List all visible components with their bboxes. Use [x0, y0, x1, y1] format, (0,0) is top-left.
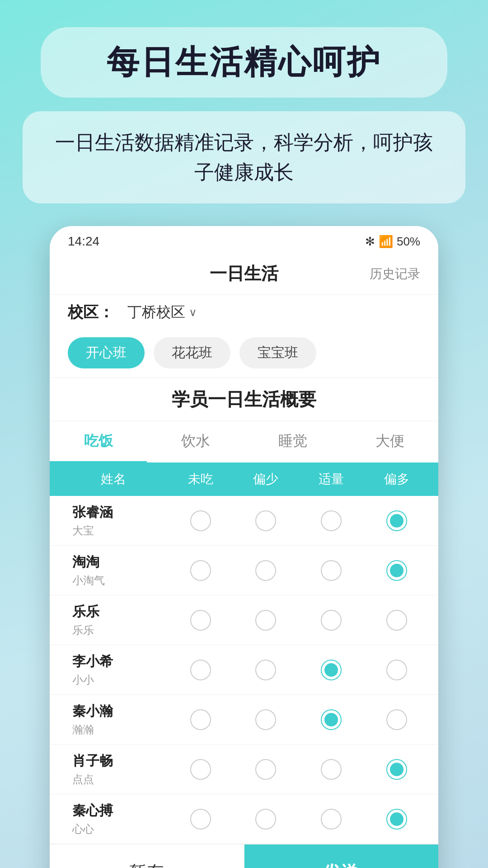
radio-btn-3-3[interactable] [386, 660, 407, 680]
dropdown-arrow-icon: ∨ [189, 306, 197, 319]
radio-cell-6-2[interactable] [299, 809, 364, 830]
table-row: 乐乐乐乐 [50, 595, 438, 645]
radio-btn-3-2[interactable] [321, 660, 342, 680]
radio-cell-3-0[interactable] [168, 660, 233, 680]
radio-btn-4-1[interactable] [255, 709, 276, 730]
send-button[interactable]: 发送 [244, 844, 439, 868]
th-0: 姓名 [59, 471, 168, 488]
radio-cell-4-0[interactable] [168, 709, 233, 730]
radio-cell-3-3[interactable] [364, 660, 429, 680]
radio-cell-4-1[interactable] [233, 709, 299, 730]
student-nickname-0: 大宝 [72, 524, 94, 538]
radio-btn-6-3[interactable] [386, 809, 407, 830]
campus-label: 校区： [68, 302, 114, 323]
radio-cell-3-1[interactable] [233, 660, 299, 680]
student-info-0: 张睿涵大宝 [59, 503, 168, 538]
table-row: 秦心搏心心 [50, 794, 438, 844]
radio-cell-5-0[interactable] [168, 759, 233, 780]
radio-cell-0-1[interactable] [233, 510, 299, 531]
radio-btn-2-1[interactable] [255, 610, 276, 631]
radio-cell-0-3[interactable] [364, 510, 429, 531]
campus-row: 校区： 丁桥校区 ∨ [50, 294, 438, 330]
radio-btn-6-0[interactable] [190, 809, 211, 830]
radio-cell-6-3[interactable] [364, 809, 429, 830]
radio-btn-5-2[interactable] [321, 759, 342, 780]
radio-btn-5-1[interactable] [255, 759, 276, 780]
wifi-icon: ✻ [365, 235, 375, 249]
class-tab-2[interactable]: 宝宝班 [239, 337, 316, 368]
table-row: 肖子畅点点 [50, 745, 438, 794]
radio-btn-1-2[interactable] [321, 560, 342, 581]
battery: 50% [397, 235, 420, 249]
category-tab-0[interactable]: 吃饭 [50, 421, 147, 462]
radio-cell-1-1[interactable] [233, 560, 299, 581]
student-name-6: 秦心搏 [72, 802, 113, 820]
radio-btn-6-1[interactable] [255, 809, 276, 830]
radio-btn-1-3[interactable] [386, 560, 407, 581]
phone-mockup: 14:24 ✻ 📶 50% 一日生活 历史记录 校区： 丁桥校区 ∨ 开心班 花… [50, 226, 438, 868]
radio-cell-1-2[interactable] [299, 560, 364, 581]
radio-cell-4-3[interactable] [364, 709, 429, 730]
student-info-2: 乐乐乐乐 [59, 603, 168, 637]
section-title: 学员一日生活概要 [50, 377, 438, 421]
main-title: 每日生活精心呵护 [68, 41, 420, 84]
class-tab-0[interactable]: 开心班 [68, 337, 145, 368]
radio-btn-1-1[interactable] [255, 560, 276, 581]
radio-btn-1-0[interactable] [190, 560, 211, 581]
radio-btn-4-0[interactable] [190, 709, 211, 730]
radio-btn-5-0[interactable] [190, 759, 211, 780]
table-row: 李小希小小 [50, 645, 438, 695]
class-tab-1[interactable]: 花花班 [154, 337, 230, 368]
radio-cell-3-2[interactable] [299, 660, 364, 680]
radio-btn-4-3[interactable] [386, 709, 407, 730]
radio-btn-0-1[interactable] [255, 510, 276, 531]
radio-cell-2-3[interactable] [364, 610, 429, 631]
radio-btn-5-3[interactable] [386, 759, 407, 780]
radio-cell-2-1[interactable] [233, 610, 299, 631]
radio-cell-1-0[interactable] [168, 560, 233, 581]
radio-cell-4-2[interactable] [299, 709, 364, 730]
table-row: 张睿涵大宝 [50, 496, 438, 546]
radio-btn-0-0[interactable] [190, 510, 211, 531]
top-banner: 每日生活精心呵护 [41, 27, 447, 98]
status-right: ✻ 📶 50% [365, 235, 420, 249]
category-tab-2[interactable]: 睡觉 [244, 421, 341, 462]
data-table: 姓名 未吃 偏少 适量 偏多 张睿涵大宝淘淘小淘气乐乐乐乐李小希小小秦小瀚瀚瀚肖… [50, 462, 438, 844]
radio-cell-5-2[interactable] [299, 759, 364, 780]
category-tab-3[interactable]: 大便 [341, 421, 438, 462]
radio-cell-0-0[interactable] [168, 510, 233, 531]
student-nickname-2: 乐乐 [72, 623, 94, 637]
student-name-5: 肖子畅 [72, 752, 113, 770]
radio-btn-0-3[interactable] [386, 510, 407, 531]
bottom-actions: 暂存 发送 [50, 844, 438, 868]
radio-btn-2-2[interactable] [321, 610, 342, 631]
th-4: 偏多 [364, 471, 429, 488]
radio-cell-5-1[interactable] [233, 759, 299, 780]
radio-btn-4-2[interactable] [321, 709, 342, 730]
history-button[interactable]: 历史记录 [303, 265, 420, 283]
app-header: 一日生活 历史记录 [50, 253, 438, 294]
radio-btn-2-0[interactable] [190, 610, 211, 631]
radio-cell-2-0[interactable] [168, 610, 233, 631]
radio-cell-6-0[interactable] [168, 809, 233, 830]
student-name-4: 秦小瀚 [72, 702, 113, 721]
table-row: 秦小瀚瀚瀚 [50, 695, 438, 745]
radio-btn-2-3[interactable] [386, 610, 407, 631]
th-1: 未吃 [168, 471, 233, 488]
student-name-1: 淘淘 [72, 553, 99, 571]
radio-cell-0-2[interactable] [299, 510, 364, 531]
radio-cell-2-2[interactable] [299, 610, 364, 631]
category-tab-1[interactable]: 饮水 [147, 421, 244, 462]
table-row: 淘淘小淘气 [50, 546, 438, 595]
radio-btn-6-2[interactable] [321, 809, 342, 830]
radio-btn-3-1[interactable] [255, 660, 276, 680]
radio-btn-0-2[interactable] [321, 510, 342, 531]
radio-cell-5-3[interactable] [364, 759, 429, 780]
time: 14:24 [68, 234, 99, 249]
save-button[interactable]: 暂存 [50, 844, 244, 868]
campus-selector[interactable]: 丁桥校区 ∨ [127, 302, 197, 322]
radio-cell-6-1[interactable] [233, 809, 299, 830]
radio-cell-1-3[interactable] [364, 560, 429, 581]
app-title: 一日生活 [185, 262, 303, 285]
radio-btn-3-0[interactable] [190, 660, 211, 680]
